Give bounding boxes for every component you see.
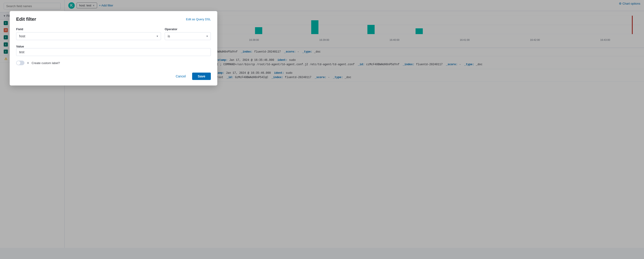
- modal-footer: Cancel Save: [16, 73, 211, 80]
- value-label: Value: [16, 45, 24, 48]
- field-select-arrow-icon: ▾: [156, 34, 158, 38]
- toggle-x-icon: ✕: [27, 61, 29, 65]
- save-button[interactable]: Save: [192, 73, 211, 80]
- modal-header: Edit filter Edit as Query DSL: [16, 16, 211, 22]
- field-select-value: host: [19, 34, 25, 38]
- operator-label: Operator: [165, 27, 211, 31]
- field-label: Field: [16, 27, 161, 31]
- custom-label-row: ✕ Create custom label?: [16, 61, 211, 65]
- field-select[interactable]: host ▾: [16, 32, 161, 40]
- value-input[interactable]: [16, 48, 211, 56]
- operator-select-value: is: [168, 34, 170, 38]
- edit-query-dsl-link[interactable]: Edit as Query DSL: [186, 17, 211, 21]
- value-group: Value: [16, 45, 211, 56]
- operator-select[interactable]: is ▾: [165, 32, 211, 40]
- custom-label-toggle[interactable]: [16, 61, 24, 65]
- field-group: Field host ▾: [16, 27, 161, 40]
- custom-label-text: Create custom label?: [32, 61, 60, 65]
- cancel-button[interactable]: Cancel: [172, 73, 190, 80]
- edit-filter-modal: Edit filter Edit as Query DSL Field host…: [10, 11, 217, 85]
- modal-title: Edit filter: [16, 16, 36, 22]
- operator-select-arrow-icon: ▾: [206, 34, 208, 38]
- field-operator-row: Field host ▾ Operator is ▾: [16, 27, 211, 40]
- operator-group: Operator is ▾: [165, 27, 211, 40]
